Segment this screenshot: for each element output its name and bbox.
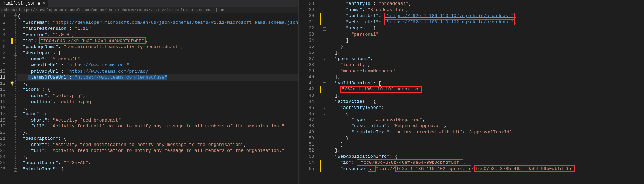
code-line[interactable]: "identity", <box>330 62 644 68</box>
json-url[interactable]: "https://www.teams.com" <box>66 62 129 68</box>
code-line[interactable]: "type": "approvalRequired", <box>330 117 644 123</box>
line-number: 51 <box>299 141 314 148</box>
code-line[interactable]: "full": "Activity feed notification to n… <box>17 148 299 154</box>
code-line[interactable]: "icons": { <box>17 87 299 93</box>
fold-toggle-icon[interactable]: - <box>323 101 326 104</box>
code-line[interactable]: ] <box>330 37 644 44</box>
code-line[interactable]: } <box>330 135 644 141</box>
code-line[interactable]: "version": "1.0.0", <box>17 32 299 38</box>
json-punct: , <box>338 148 340 153</box>
code-line[interactable]: { <box>330 111 644 117</box>
code-line[interactable]: "accentColor": "#235EA5", <box>17 160 299 166</box>
fold-toggle-icon[interactable]: - <box>323 82 326 86</box>
json-key: "staticTabs" <box>23 167 56 172</box>
fold-toggle-icon[interactable]: - <box>14 168 17 172</box>
code-line[interactable]: "privacyUrl": "https://www.teams.com/pri… <box>17 68 299 75</box>
code-line[interactable]: "templateText": "A task created with tit… <box>330 129 644 135</box>
code-line[interactable]: "name": "BroadcastTab", <box>330 7 644 13</box>
code-line[interactable]: "short": "Activity feed notification to … <box>17 142 299 148</box>
file-tab[interactable]: manifest.json ● × <box>0 0 48 7</box>
line-number: 24 <box>0 154 6 160</box>
line-number: 9 <box>0 62 6 68</box>
close-tab-icon[interactable]: × <box>43 1 45 6</box>
fold-toggle-icon[interactable]: - <box>323 113 326 116</box>
code-line[interactable]: "outline": "outline.png" <box>17 99 299 105</box>
code-line[interactable]: "contentUrl": "https://f62e-1-186-110-10… <box>330 13 644 19</box>
code-line[interactable]: "full": "Activity feed notification to n… <box>17 123 299 130</box>
json-punct: : <box>69 26 75 31</box>
line-number: 31 <box>299 19 314 25</box>
code-line[interactable]: "name": { <box>17 111 299 117</box>
schema-url[interactable]: https://developer.microsoft.com/en-us/js… <box>19 8 224 12</box>
code-line[interactable]: "description": { <box>17 135 299 142</box>
code-line[interactable]: "permissions": [ <box>330 56 644 62</box>
json-punct: : <box>390 130 395 135</box>
code-line[interactable]: "short": "Activity feed broadcast", <box>17 117 299 124</box>
fold-toggle-icon[interactable]: - <box>323 27 326 31</box>
code-line[interactable]: "color": "color.png", <box>17 93 299 99</box>
json-brace: } <box>23 154 26 160</box>
json-url[interactable]: "https://www.teams.com/termsofuse" <box>74 75 167 80</box>
code-line[interactable]: "id": "fcc07e3c-378b-46af-9a64-99b0cbfdf… <box>330 160 644 166</box>
code-line[interactable]: "resource": "api://f62e-1-186-110-102.ng… <box>330 166 644 172</box>
code-line[interactable]: }, <box>17 130 299 136</box>
highlighted-url[interactable]: "https://f62e-1-186-110-102.ngrok.io/bro… <box>384 19 515 25</box>
code-line[interactable]: "termsOfUseUrl": "https://www.teams.com/… <box>17 74 299 81</box>
fold-toggle-icon[interactable]: - <box>14 89 17 92</box>
code-editor-left[interactable]: 1234567891011121314151617181920212223242… <box>0 13 298 172</box>
line-number: 19 <box>0 123 6 130</box>
json-string: "Activity feed notification to notify an… <box>50 124 284 129</box>
fold-toggle-icon[interactable]: - <box>323 156 326 159</box>
json-key: "templateText" <box>351 130 389 135</box>
fold-toggle-icon[interactable]: - <box>14 138 17 141</box>
code-line[interactable]: "packageName": "com.microsoft.teams.acti… <box>17 44 299 50</box>
code-line[interactable]: "websiteUrl": "https://f62e-1-186-110-10… <box>330 19 644 25</box>
code-line[interactable]: "webApplicationInfo": { <box>330 154 644 160</box>
fold-toggle-icon[interactable]: - <box>14 15 17 19</box>
code-line[interactable]: "validDomains": [ <box>330 80 644 87</box>
code-line[interactable]: }, <box>17 81 299 87</box>
code-line[interactable]: "name": "Microsoft", <box>17 56 299 62</box>
code-line[interactable]: "developer": { <box>17 50 299 56</box>
fold-toggle-icon[interactable]: - <box>14 113 17 117</box>
line-number: 22 <box>0 142 6 148</box>
code-line[interactable]: }, <box>17 154 299 160</box>
code-line[interactable]: }, <box>17 105 299 111</box>
json-url[interactable]: "https://developer.microsoft.com/en-us/j… <box>53 20 299 25</box>
fold-toggle-icon[interactable]: - <box>323 107 326 110</box>
code-line[interactable]: ] <box>330 141 644 148</box>
code-line[interactable]: "personal" <box>330 31 644 38</box>
code-line[interactable]: "websiteUrl": "https://www.teams.com", <box>17 62 299 68</box>
json-punct: , <box>338 93 340 98</box>
code-line[interactable]: "scopes": [ <box>330 25 644 31</box>
json-url[interactable]: "https://www.teams.com/privacy" <box>66 69 151 74</box>
code-line[interactable]: "activityTypes": [ <box>330 105 644 111</box>
code-line[interactable]: }, <box>330 147 644 154</box>
highlighted-url[interactable]: "https://f62e-1-186-110-102.ngrok.io/bro… <box>384 13 515 19</box>
code-line[interactable]: { <box>17 13 299 20</box>
code-line[interactable]: "activities": { <box>330 98 644 105</box>
schema-bar[interactable]: Schema: https://developer.microsoft.com/… <box>0 7 298 13</box>
code-line[interactable]: } <box>330 44 644 50</box>
code-line[interactable]: "id": "fcc07e3c-378b-46af-9a64-99b0cbfdf… <box>17 38 299 44</box>
code-line[interactable]: "description": "Required approval", <box>330 123 644 129</box>
code-line[interactable]: "staticTabs": [ <box>17 166 299 172</box>
code-line[interactable]: "f62e-1-186-110-102.ngrok.io" <box>330 86 644 93</box>
code-editor-right[interactable]: 2829303132333435363738394041424344454647… <box>299 0 644 172</box>
code-line[interactable]: ], <box>330 93 644 99</box>
fold-toggle-icon[interactable]: - <box>14 52 17 56</box>
code-line[interactable]: ], <box>330 74 644 80</box>
line-number: 13 <box>0 87 6 93</box>
line-number: 55 <box>299 166 314 172</box>
code-line[interactable]: ], <box>330 50 644 56</box>
code-line[interactable]: "manifestVersion": "1.11", <box>17 25 299 32</box>
json-brace: [ <box>61 167 64 172</box>
code-line[interactable]: "$schema": "https://developer.microsoft.… <box>17 20 299 26</box>
json-punct: , <box>463 160 466 165</box>
editor-pane-right: 2829303132333435363738394041424344454647… <box>299 0 644 184</box>
code-line[interactable]: "messageTeamMembers" <box>330 68 644 74</box>
highlighted-value: "fcc07e3c-378b-46af-9a64-99b0cbfdf6bf" <box>357 159 463 166</box>
fold-toggle-icon[interactable]: - <box>323 58 326 61</box>
code-line[interactable]: "entityId": "broadcast", <box>330 1 644 7</box>
editor-pane-left: manifest.json ● × Schema: https://develo… <box>0 0 299 184</box>
